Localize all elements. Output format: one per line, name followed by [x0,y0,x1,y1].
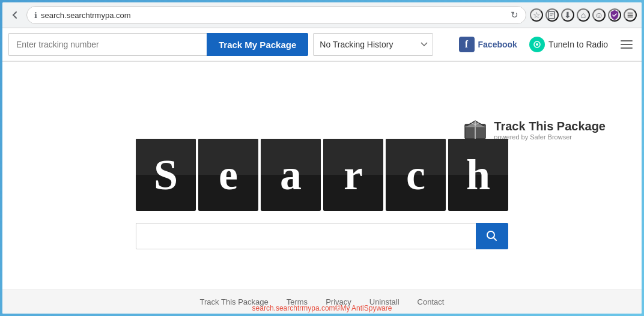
bookmark-icon[interactable]: ☆ [530,8,543,22]
shield-icon[interactable] [608,8,621,22]
search-tile-r: r [323,139,383,211]
watermark: search.searchtrmypa.com©My AntiSpyware [252,303,392,314]
home-icon[interactable]: ⌂ [577,8,590,22]
search-button[interactable] [476,223,508,249]
search-bar-container [136,223,508,249]
tunein-icon [529,37,545,52]
facebook-button[interactable]: f Facebook [453,34,523,55]
logo-subtitle: powered by Safer Browser [494,133,606,141]
search-tile-a: a [261,139,321,211]
footer-link-contact[interactable]: Contact [418,297,445,306]
search-tile-c: c [386,139,446,211]
url-input[interactable] [41,11,507,20]
tracking-number-input[interactable] [8,33,207,56]
logo-title: Track This Package [494,120,606,133]
browser-toolbar: ℹ ↻ ☆ ⬇ ⌂ [2,2,642,28]
hamburger-menu-button[interactable] [618,35,636,53]
reload-icon[interactable]: ↻ [511,10,518,20]
browser-window: ℹ ↻ ☆ ⬇ ⌂ [2,2,642,314]
browser-menu-icons: ☆ ⬇ ⌂ ☺ [530,8,637,22]
reading-list-icon[interactable] [545,8,559,22]
address-icons: ↻ [511,10,518,20]
main-content: Track This Package powered by Safer Brow… [2,62,642,314]
page-wrapper: ℹ ↻ ☆ ⬇ ⌂ [0,0,644,316]
logo-text-area: Track This Package powered by Safer Brow… [494,120,606,141]
svg-rect-0 [548,11,554,19]
svg-point-2 [536,43,538,46]
tunein-button[interactable]: TuneIn to Radio [523,34,614,55]
facebook-label: Facebook [478,40,517,49]
track-button[interactable]: Track My Package [207,33,308,56]
download-icon[interactable]: ⬇ [561,8,574,22]
info-icon: ℹ [34,11,37,20]
back-button[interactable] [7,7,23,23]
search-input[interactable] [136,223,476,249]
account-icon[interactable]: ☺ [592,8,606,22]
browser-chrome: ℹ ↻ ☆ ⬇ ⌂ [2,2,642,28]
site-toolbar: Track My Package No Tracking History f F… [2,28,642,62]
search-logo: S e a r c h [136,139,508,211]
tunein-label: TuneIn to Radio [548,40,608,49]
search-tile-h: h [448,139,508,211]
address-bar[interactable]: ℹ ↻ [26,6,526,24]
search-tile-e: e [198,139,258,211]
facebook-icon: f [459,37,475,52]
menu-icon[interactable]: ≡ [624,8,637,22]
search-tile-s: S [136,139,196,211]
tracking-history-select[interactable]: No Tracking History [313,33,433,56]
svg-point-4 [487,231,494,239]
